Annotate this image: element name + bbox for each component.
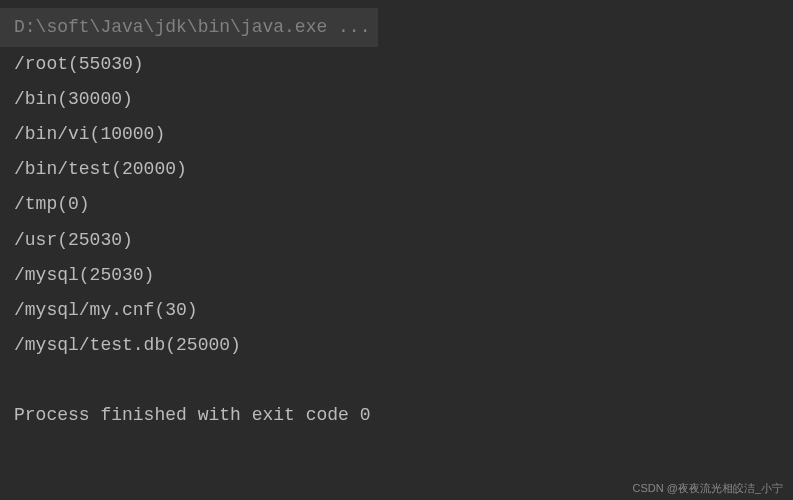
output-line: /mysql/my.cnf(30): [14, 293, 793, 328]
watermark: CSDN @夜夜流光相皎洁_小宁: [632, 481, 783, 496]
process-exit-line: Process finished with exit code 0: [14, 398, 793, 433]
output-line: /root(55030): [14, 47, 793, 82]
output-line: /bin(30000): [14, 82, 793, 117]
output-line: /bin/vi(10000): [14, 117, 793, 152]
console-output: D:\soft\Java\jdk\bin\java.exe ... /root(…: [0, 0, 793, 433]
output-line: /usr(25030): [14, 223, 793, 258]
java-command-header: D:\soft\Java\jdk\bin\java.exe ...: [0, 8, 378, 47]
blank-line: [14, 363, 793, 398]
output-line: /mysql(25030): [14, 258, 793, 293]
output-line: /mysql/test.db(25000): [14, 328, 793, 363]
output-line: /bin/test(20000): [14, 152, 793, 187]
output-line: /tmp(0): [14, 187, 793, 222]
